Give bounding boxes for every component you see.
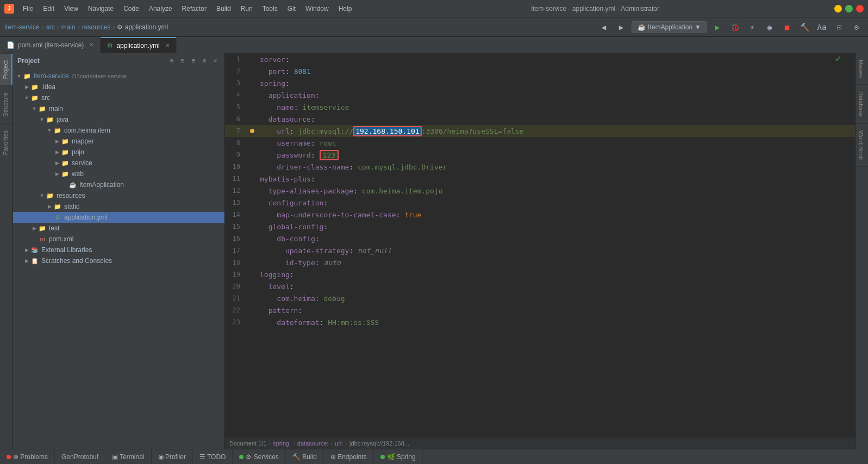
- bottom-tab-problems[interactable]: ⊗ Problems: [0, 449, 55, 464]
- run-config-icon: ☕: [638, 23, 646, 31]
- tree-item-web[interactable]: ▶ 📁 web: [13, 168, 224, 179]
- breadcrumb-resources[interactable]: resources: [82, 23, 111, 31]
- bottom-tab-endpoints[interactable]: ⊕ Endpoints: [324, 449, 374, 464]
- line-content-1: server:: [258, 55, 855, 64]
- bottom-tab-services[interactable]: ⚙ Services: [233, 449, 285, 464]
- line-content-22: pattern:: [258, 306, 855, 315]
- layout-button[interactable]: ⊡: [832, 20, 846, 34]
- tab-pom-xml[interactable]: 📄 pom.xml (item-service) ✕: [0, 37, 101, 53]
- tree-item-extlibs[interactable]: ▶ 📚 External Libraries: [13, 244, 224, 255]
- tab-pom-close[interactable]: ✕: [89, 42, 93, 48]
- panel-new-icon[interactable]: ⊕: [167, 56, 177, 66]
- tree-item-scratches[interactable]: ▶ 📋 Scratches and Consoles: [13, 255, 224, 266]
- translate-button[interactable]: Aa: [815, 20, 829, 34]
- tree-item-service[interactable]: ▶ 📁 service: [13, 158, 224, 168]
- line-9: 9 password: 123: [225, 149, 855, 161]
- run-config-selector[interactable]: ☕ ItemApplication ▼: [632, 21, 707, 33]
- tree-item-mapper[interactable]: ▶ 📁 mapper: [13, 136, 224, 147]
- tree-label-root: item-service: [34, 72, 69, 80]
- editor-breadcrumb: Document 1/1 › spring: › datasource: › u…: [225, 437, 855, 449]
- bottom-tab-terminal[interactable]: ▣ Terminal: [105, 449, 151, 464]
- build-button[interactable]: 🔨: [797, 20, 811, 34]
- breadcrumb-project[interactable]: item-service: [4, 23, 40, 31]
- run-button[interactable]: ▶: [710, 20, 725, 34]
- tree-item-itemapp[interactable]: ☕ ItemApplication: [13, 179, 224, 190]
- tree-label-service: service: [72, 159, 92, 167]
- tree-item-appyml[interactable]: ⚙ application.yml: [13, 212, 224, 223]
- sidebar-item-project[interactable]: Project: [0, 53, 13, 85]
- breadcrumb-url: url:: [335, 440, 343, 447]
- line-num-21: 21: [225, 294, 247, 302]
- sidebar-item-maven[interactable]: Maven: [855, 53, 868, 85]
- folder-icon-static: 📁: [53, 202, 62, 211]
- sidebar-item-wordbook[interactable]: Word Book: [855, 124, 868, 167]
- tree-label-scratches: Scratches and Consoles: [41, 257, 112, 265]
- coverage-button[interactable]: ⚡: [745, 20, 759, 34]
- java-icon-itemapp: ☕: [68, 180, 77, 189]
- menu-bar[interactable]: FileEditViewNavigateCodeAnalyzeRefactorB…: [18, 3, 356, 14]
- line-content-9: password: 123: [258, 151, 855, 159]
- line-content-3: spring:: [258, 79, 855, 87]
- bottom-tab-endpoints-label: ⊕ Endpoints: [330, 453, 367, 461]
- tree-item-static[interactable]: ▶ 📁 static: [13, 201, 224, 212]
- line-content-17: update-strategy: not_null: [258, 247, 855, 255]
- tree-item-test[interactable]: ▶ 📁 test: [13, 223, 224, 234]
- line-num-4: 4: [225, 91, 247, 99]
- tree-label-extlibs: External Libraries: [41, 246, 92, 254]
- gutter-7: [247, 129, 258, 133]
- close-button[interactable]: ✕: [856, 5, 864, 12]
- tree-item-resources[interactable]: ▼ 📁 resources: [13, 190, 224, 201]
- tree-item-java[interactable]: ▼ 📁 java: [13, 114, 224, 125]
- breadcrumb-main[interactable]: main: [61, 23, 76, 31]
- sidebar-item-favorites[interactable]: Favorites: [0, 123, 13, 161]
- line-num-22: 22: [225, 306, 247, 314]
- run-config-dropdown-icon: ▼: [695, 23, 701, 31]
- panel-collapse-icon[interactable]: ⊟: [178, 56, 188, 66]
- line-num-19: 19: [225, 271, 247, 278]
- navigate-back-button[interactable]: ◀: [597, 20, 611, 34]
- sidebar-item-database[interactable]: Database: [855, 85, 868, 124]
- tree-item-main[interactable]: ▼ 📁 main: [13, 103, 224, 114]
- line-content-13: configuration:: [258, 199, 855, 207]
- bottom-tab-spring[interactable]: 🌿 Spring: [374, 449, 423, 464]
- line-5: 5 name: itemservice: [225, 101, 855, 113]
- tree-item-root[interactable]: ▼ 📁 item-service D:\code\item-service: [13, 71, 224, 81]
- line-content-20: level:: [258, 283, 855, 291]
- tab-yml-close[interactable]: ✕: [165, 42, 170, 48]
- bottom-tab-profiler-label: ◉ Profiler: [158, 453, 186, 461]
- line-num-17: 17: [225, 247, 247, 254]
- breadcrumb-file[interactable]: ⚙ application.yml: [117, 23, 168, 31]
- minimize-button[interactable]: －: [834, 5, 842, 12]
- tree-item-pojo[interactable]: ▶ 📁 pojo: [13, 147, 224, 158]
- settings-button[interactable]: ⚙: [850, 20, 864, 34]
- bottom-tab-genprotobuf[interactable]: GenProtobuf: [55, 449, 105, 464]
- sidebar-item-structure[interactable]: Structure: [0, 85, 13, 123]
- debug-button[interactable]: 🐞: [728, 20, 742, 34]
- maximize-button[interactable]: □: [845, 5, 853, 12]
- stop-button[interactable]: ■: [780, 20, 794, 34]
- bottom-tab-services-label: ⚙ Services: [246, 453, 278, 461]
- window-controls[interactable]: － □ ✕: [834, 5, 864, 12]
- tree-item-pom[interactable]: m pom.xml: [13, 234, 224, 244]
- tree-item-idea[interactable]: ▶ 📁 .idea: [13, 81, 224, 92]
- breadcrumb-src[interactable]: src: [46, 23, 55, 31]
- breakpoint-dot: [250, 129, 254, 133]
- panel-settings-icon[interactable]: ⚙: [199, 56, 209, 66]
- panel-close-icon[interactable]: ✕: [210, 56, 220, 66]
- tree-item-com[interactable]: ▼ 📁 com.heima.item: [13, 125, 224, 136]
- window-title: item-service - application.yml - Adminis…: [531, 5, 659, 12]
- profile-button[interactable]: ◉: [763, 20, 777, 34]
- bottom-tab-profiler[interactable]: ◉ Profiler: [152, 449, 193, 464]
- folder-icon-service: 📁: [61, 159, 70, 167]
- editor-content[interactable]: ✓ 1 server: 2 port: 8081 3 spring:: [225, 53, 855, 437]
- bottom-tab-todo[interactable]: ☰ TODO: [193, 449, 233, 464]
- tab-application-yml[interactable]: ⚙ application.yml ✕: [101, 37, 176, 53]
- line-23: 23 dateformat: HH:mm:ss:SSS: [225, 316, 855, 328]
- panel-expand-icon[interactable]: ⊞: [189, 56, 198, 66]
- tree-item-src[interactable]: ▼ 📁 src: [13, 92, 224, 103]
- folder-icon-mapper: 📁: [61, 137, 70, 146]
- bottom-tab-build[interactable]: 🔨 Build: [286, 449, 324, 464]
- navigate-forward-button[interactable]: ▶: [614, 20, 628, 34]
- line-num-7: 7: [225, 127, 247, 135]
- line-content-5: name: itemservice: [258, 103, 855, 111]
